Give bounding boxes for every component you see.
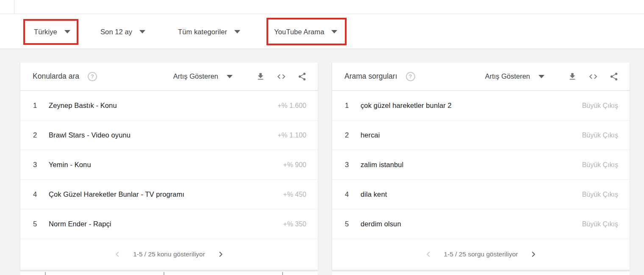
share-icon[interactable]	[609, 72, 619, 81]
row-label: zalim istanbul	[361, 161, 582, 169]
chevron-right-icon[interactable]	[528, 249, 539, 259]
row-value: Büyük Çıkış	[582, 191, 618, 198]
chevron-down-icon	[234, 30, 240, 33]
chevron-down-icon	[139, 30, 145, 33]
row-value: Büyük Çıkış	[582, 161, 618, 169]
chevron-right-icon[interactable]	[216, 249, 226, 259]
table-row[interactable]: 4 Çok Güzel Hareketler Bunlar - TV progr…	[20, 179, 318, 209]
topics-header-icons	[244, 72, 307, 81]
row-value: +% 450	[283, 191, 306, 198]
chevron-down-icon	[227, 75, 233, 78]
topics-sort-dropdown[interactable]: Artış Gösteren	[173, 72, 233, 80]
table-row[interactable]: 2 Brawl Stars - Video oyunu +% 1.100	[20, 120, 318, 150]
category-filter-dropdown[interactable]: Tüm kategoriler	[178, 14, 240, 49]
row-rank: 5	[345, 220, 361, 228]
row-value: Büyük Çıkış	[582, 132, 618, 139]
topics-card-footer: 1-5 / 25 konu gösteriliyor	[20, 239, 318, 270]
row-rank: 3	[33, 161, 49, 169]
chevron-down-icon	[64, 30, 70, 33]
row-value: +% 350	[283, 220, 306, 228]
download-icon[interactable]	[256, 72, 265, 81]
chevron-left-icon[interactable]	[112, 249, 122, 259]
top-strip-divider	[14, 0, 14, 14]
queries-card-header: Arama sorguları ? Artış Gösteren	[332, 63, 630, 91]
row-label: hercai	[361, 131, 582, 139]
table-row[interactable]: 1 Zeynep Bastık - Konu +% 1.600	[20, 91, 318, 120]
row-rank: 4	[33, 190, 49, 198]
row-rank: 1	[345, 102, 361, 110]
category-filter-label: Tüm kategoriler	[178, 28, 227, 36]
table-row[interactable]: 3 Yemin - Konu +% 900	[20, 150, 318, 179]
row-value: +% 900	[283, 161, 306, 169]
share-icon[interactable]	[297, 72, 307, 81]
embed-code-icon[interactable]	[277, 72, 286, 81]
row-value: Büyük Çıkış	[582, 102, 618, 110]
queries-sort-label: Artış Gösteren	[485, 72, 530, 80]
embed-code-icon[interactable]	[588, 72, 598, 81]
table-row[interactable]: 4 dila kent Büyük Çıkış	[332, 179, 630, 209]
queries-header-icons	[556, 72, 619, 81]
row-rank: 2	[345, 131, 361, 139]
gridline-tick	[164, 272, 164, 275]
top-strip	[0, 0, 644, 14]
queries-card-title: Arama sorguları	[344, 72, 397, 81]
queries-sort-dropdown[interactable]: Artış Gösteren	[485, 72, 544, 80]
topics-pagination-status: 1-5 / 25 konu gösteriliyor	[133, 250, 205, 258]
table-row[interactable]: 5 Norm Ender - Rapçi +% 350	[20, 209, 318, 239]
topics-card-header: Konularda ara ? Artış Gösteren	[20, 63, 318, 91]
property-filter-label: YouTube Arama	[274, 28, 324, 36]
table-row[interactable]: 2 hercai Büyük Çıkış	[332, 120, 630, 150]
row-label: Norm Ender - Rapçi	[49, 220, 283, 228]
chevron-left-icon[interactable]	[423, 249, 433, 259]
row-label: dila kent	[361, 190, 582, 198]
chevron-down-icon	[331, 30, 337, 33]
queries-pagination-status: 1-5 / 25 sorgu gösteriliyor	[444, 250, 518, 258]
row-label: çok güzel hareketler bunlar 2	[361, 102, 582, 110]
row-rank: 4	[345, 190, 361, 198]
row-rank: 5	[33, 220, 49, 228]
topics-sort-label: Artış Gösteren	[173, 72, 218, 80]
row-label: Brawl Stars - Video oyunu	[49, 131, 278, 139]
table-row[interactable]: 1 çok güzel hareketler bunlar 2 Büyük Çı…	[332, 91, 630, 120]
queries-card: Arama sorguları ? Artış Gösteren 1 çok g…	[332, 63, 630, 270]
time-filter-label: Son 12 ay	[100, 28, 132, 36]
row-value: +% 1.600	[278, 102, 306, 110]
help-icon[interactable]: ?	[406, 72, 415, 81]
help-icon[interactable]: ?	[88, 72, 97, 81]
chevron-down-icon	[539, 75, 544, 78]
row-rank: 3	[345, 161, 361, 169]
geo-filter-label: Türkiye	[34, 28, 57, 36]
row-rank: 2	[33, 131, 49, 139]
next-card-partial	[20, 272, 318, 275]
row-label: derdim olsun	[361, 220, 582, 228]
filter-bar: Türkiye Son 12 ay Tüm kategoriler YouTub…	[0, 14, 644, 49]
next-card-partial	[332, 272, 630, 275]
gridline-tick	[45, 272, 46, 275]
geo-filter-dropdown[interactable]: Türkiye	[34, 14, 70, 49]
row-label: Yemin - Konu	[49, 161, 283, 169]
download-icon[interactable]	[568, 72, 577, 81]
row-label: Zeynep Bastık - Konu	[49, 102, 278, 110]
table-row[interactable]: 5 derdim olsun Büyük Çıkış	[332, 209, 630, 239]
queries-card-footer: 1-5 / 25 sorgu gösteriliyor	[332, 239, 630, 270]
time-filter-dropdown[interactable]: Son 12 ay	[100, 14, 145, 49]
topics-card: Konularda ara ? Artış Gösteren 1 Zeynep …	[20, 63, 318, 270]
row-rank: 1	[33, 102, 49, 110]
gridline-tick	[282, 272, 283, 275]
row-value: Büyük Çıkış	[582, 220, 618, 228]
property-filter-dropdown[interactable]: YouTube Arama	[274, 14, 337, 49]
row-label: Çok Güzel Hareketler Bunlar - TV program…	[49, 190, 283, 198]
row-value: +% 1.100	[278, 132, 306, 139]
table-row[interactable]: 3 zalim istanbul Büyük Çıkış	[332, 150, 630, 179]
topics-card-title: Konularda ara	[33, 72, 79, 81]
